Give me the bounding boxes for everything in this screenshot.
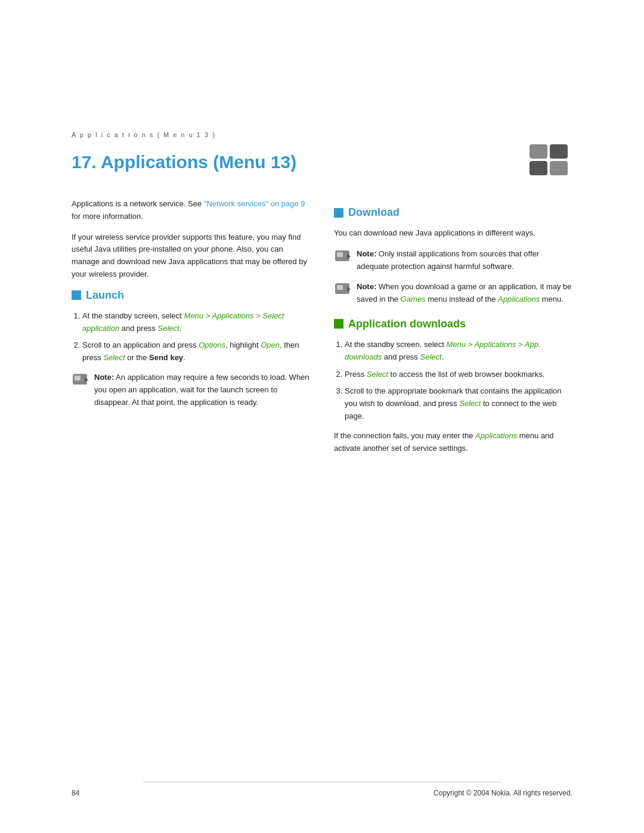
small-header: A p p l i c a t i o n s ( M e n u 1 3 ) — [72, 131, 572, 138]
footer: 84 Copyright © 2004 Nokia. All rights re… — [0, 789, 644, 797]
download-note2-applications: Applications — [498, 295, 540, 304]
intro-para1: Applications is a network service. See "… — [72, 198, 310, 223]
launch-note-text: Note: An application may require a few s… — [94, 371, 310, 408]
download-heading-square — [334, 208, 343, 218]
two-col-layout: Applications is a network service. See "… — [72, 198, 572, 463]
svg-rect-5 — [75, 376, 80, 380]
page: A p p l i c a t i o n s ( M e n u 1 3 ) … — [0, 0, 644, 833]
col-left: Applications is a network service. See "… — [72, 198, 310, 463]
app-dl-step1-end: and press — [382, 352, 420, 361]
launch-step1-end: and press — [119, 324, 157, 333]
app-dl-extra-text1: If the connection fails, you may enter t… — [334, 431, 475, 440]
svg-rect-11 — [337, 285, 343, 290]
download-note2-games: Games — [401, 295, 426, 304]
intro-text-end: for more information. — [72, 212, 143, 221]
launch-note-body: An application may require a few seconds… — [94, 373, 309, 407]
launch-step-1: At the standby screen, select Menu > App… — [82, 310, 310, 335]
svg-rect-8 — [337, 252, 343, 257]
download-note-1: Note: Only install applications from sou… — [334, 248, 572, 273]
launch-heading: Launch — [72, 289, 310, 302]
footer-copyright: Copyright © 2004 Nokia. All rights reser… — [434, 789, 572, 797]
launch-step1-period: . — [179, 324, 182, 333]
download-intro: You can download new Java applications i… — [334, 227, 572, 240]
app-downloads-step-2: Press Select to access the list of web b… — [345, 368, 572, 381]
download-note2-mid: menu instead of the — [426, 295, 498, 304]
main-title-row: 17. Applications (Menu 13) — [72, 144, 572, 180]
launch-step2-bold: Send key — [149, 353, 183, 362]
launch-step2-text: Scroll to an application and press — [82, 340, 199, 349]
launch-step-2: Scroll to an application and press Optio… — [82, 339, 310, 364]
launch-step2-italic2: Open — [261, 340, 280, 349]
launch-step2-end: or the Send key. — [125, 353, 185, 362]
download-heading-text: Download — [348, 206, 400, 219]
svg-rect-3 — [550, 161, 568, 175]
app-downloads-step-3: Scroll to the appropriate bookmark that … — [345, 385, 572, 422]
download-note1-bold: Note: — [357, 249, 376, 258]
note-icon-2 — [334, 249, 351, 262]
download-note1-text: Note: Only install applications from sou… — [357, 248, 572, 273]
app-downloads-heading: Application downloads — [334, 318, 572, 330]
footer-page-number: 84 — [72, 789, 79, 797]
app-dl-extra-italic: Applications — [475, 431, 517, 440]
launch-heading-square — [72, 290, 81, 300]
svg-rect-0 — [530, 144, 547, 159]
note-icon-1 — [72, 373, 88, 386]
download-note2-text: Note: When you download a game or an app… — [357, 281, 572, 306]
download-note1-body: Only install applications from sources t… — [357, 249, 539, 271]
intro-para2: If your wireless service provider suppor… — [72, 231, 310, 281]
app-dl-step2-end: to access the list of web browser bookma… — [388, 370, 544, 379]
app-downloads-heading-square — [334, 319, 343, 329]
app-dl-step3-italic: Select — [459, 399, 481, 408]
main-title: 17. Applications (Menu 13) — [72, 152, 512, 172]
launch-step2-italic3: Select — [103, 353, 125, 362]
chapter-icon — [530, 144, 572, 180]
footer-divider — [143, 782, 501, 782]
app-dl-step1-period: . — [442, 352, 444, 361]
download-heading: Download — [334, 206, 572, 219]
app-downloads-step-1: At the standby screen, select Menu > App… — [345, 339, 572, 364]
app-dl-step2-italic: Select — [367, 370, 388, 379]
app-dl-step1-text: At the standby screen, select — [345, 340, 447, 349]
svg-rect-2 — [530, 161, 547, 175]
download-note2-bold: Note: — [357, 282, 376, 291]
note-icon-3 — [334, 282, 351, 295]
launch-heading-text: Launch — [86, 289, 124, 302]
app-dl-step2-text: Press — [345, 370, 367, 379]
intro-text-start: Applications is a network service. See — [72, 199, 204, 208]
col-right: Download You can download new Java appli… — [334, 198, 572, 463]
app-downloads-heading-text: Application downloads — [348, 318, 466, 330]
network-services-link[interactable]: "Network services" on page 9 — [204, 199, 305, 208]
launch-note-bold: Note: — [94, 373, 114, 382]
launch-step2-mid: , highlight — [225, 340, 261, 349]
launch-steps: At the standby screen, select Menu > App… — [72, 310, 310, 364]
app-dl-step1-italic2: Select — [420, 352, 441, 361]
svg-rect-1 — [550, 144, 568, 159]
launch-step1-text: At the standby screen, select — [82, 311, 184, 320]
download-note-2: Note: When you download a game or an app… — [334, 281, 572, 306]
app-downloads-steps: At the standby screen, select Menu > App… — [334, 339, 572, 423]
launch-step2-italic1: Options — [199, 340, 225, 349]
download-note2-end: menu. — [540, 295, 564, 304]
content-area: A p p l i c a t i o n s ( M e n u 1 3 ) … — [0, 0, 644, 510]
launch-note-block: Note: An application may require a few s… — [72, 371, 310, 408]
app-dl-extra-para: If the connection fails, you may enter t… — [334, 430, 572, 455]
launch-step1-italic2: Select — [157, 324, 179, 333]
